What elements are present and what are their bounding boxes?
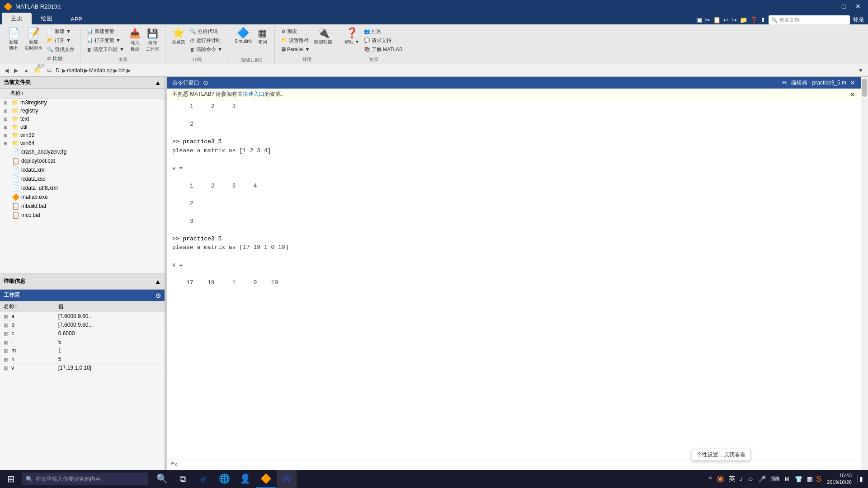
analyze-code-button[interactable]: 🔍分析代码 xyxy=(188,27,224,36)
minimize-button[interactable]: — xyxy=(823,1,835,12)
login-button[interactable]: 登录 xyxy=(853,16,864,24)
run-time-button[interactable]: ⏱运行并计时 xyxy=(188,36,224,45)
layout-button[interactable]: ▦ 布局 xyxy=(255,27,271,46)
folder-win32[interactable]: ⊞ 📁 win32 xyxy=(0,131,165,139)
file-crash-analyzer[interactable]: 📄 crash_analyzer.cfg xyxy=(0,147,165,156)
folder-win64[interactable]: ⊞ 📁 win64 xyxy=(0,139,165,147)
ws-col-value[interactable]: 值 xyxy=(55,301,165,312)
taskbar-search[interactable]: 🔍 在这里输入你要搜索的内容 xyxy=(22,473,148,485)
new-var-button[interactable]: 📊新建变量 xyxy=(85,27,126,36)
tray-shirt[interactable]: 👕 xyxy=(793,474,804,483)
workspace-row-n[interactable]: ▦ n 5 xyxy=(0,355,165,364)
workspace-row-i[interactable]: ▦ i 5 xyxy=(0,338,165,347)
toolbar-icon-2[interactable]: ✂ xyxy=(705,16,710,23)
file-lcdata-utf8[interactable]: 📄 lcdata_utf8.xml xyxy=(0,183,165,192)
simulink-button[interactable]: 🔷 Simulink xyxy=(233,27,254,45)
tray-mic[interactable]: 🎤 xyxy=(757,474,767,483)
help-button[interactable]: ❓ 帮助 ▼ xyxy=(343,27,361,46)
folder-util[interactable]: ⊞ 📁 util xyxy=(0,123,165,131)
taskbar-edge[interactable]: ℯ xyxy=(193,470,213,488)
workspace-row-v[interactable]: ▦ v [17,19,1,0,10] xyxy=(0,364,165,372)
new-button[interactable]: 📄新建 ▼ xyxy=(45,27,76,36)
save-workspace-button[interactable]: 💾 保存工作区 xyxy=(144,27,161,53)
up-button[interactable]: ▲ xyxy=(22,66,31,75)
tab-home[interactable]: 主页 xyxy=(2,13,32,24)
folder-m3iregistry[interactable]: ⊞ 📁 m3iregistry xyxy=(0,99,165,107)
set-path-button[interactable]: 📁设置路径 xyxy=(279,36,312,45)
taskbar-browser[interactable]: 🌐 xyxy=(214,470,234,488)
favorites-button[interactable]: ⭐ 收藏夹 xyxy=(170,27,187,46)
workspace-icon[interactable]: ⊙ xyxy=(156,292,161,299)
ws-col-name[interactable]: 名称↑ xyxy=(0,301,55,312)
toolbar-icon-3[interactable]: 📋 xyxy=(713,16,721,23)
sogou-icon[interactable]: S xyxy=(816,474,821,484)
details-expand-icon[interactable]: ▲ xyxy=(155,278,161,285)
tray-clock[interactable]: 15:43 2019/10/26 xyxy=(823,471,855,487)
scrollbar-thumb[interactable] xyxy=(862,79,867,97)
add-ons-button[interactable]: 🔌 附加功能 xyxy=(312,27,334,46)
workspace-row-b[interactable]: ▦ b [7.6000,9.60... xyxy=(0,321,165,329)
file-lcdata-xml[interactable]: 📄 lcdata.xml xyxy=(0,165,165,174)
maximize-button[interactable]: □ xyxy=(837,1,850,12)
tray-lang[interactable]: 英 xyxy=(727,474,736,484)
addr-expand-button[interactable]: ▼ xyxy=(856,66,865,75)
tray-display[interactable]: 🖥 xyxy=(783,474,792,483)
toolbar-icon-5[interactable]: ↪ xyxy=(731,16,737,23)
workspace-row-m[interactable]: ▦ m 1 xyxy=(0,347,165,355)
show-desktop-btn[interactable]: ▮ xyxy=(857,474,864,483)
clear-cmd-button[interactable]: 🗑清除命令 ▼ xyxy=(188,45,224,54)
open-var-button[interactable]: 📊打开变量 ▼ xyxy=(85,36,126,45)
tray-grid[interactable]: ▦ xyxy=(806,474,814,483)
workspace-row-a[interactable]: ▦ a [7.6000,9.60... xyxy=(0,312,165,321)
taskbar-word[interactable]: W xyxy=(277,470,297,488)
browse-button[interactable]: 🗂 xyxy=(45,66,54,75)
toolbar-icon-1[interactable]: ▣ xyxy=(696,16,702,23)
tab-app[interactable]: APP xyxy=(61,14,91,24)
file-deploytool[interactable]: 📋 deploytool.bat xyxy=(0,156,165,165)
clear-workspace-button[interactable]: 🗑清空工作区 ▼ xyxy=(85,45,126,54)
cmd-expand-icon[interactable]: ⊙ xyxy=(203,79,208,86)
toolbar-icon-6[interactable]: 📁 xyxy=(740,16,747,23)
toolbar-icon-4[interactable]: ↩ xyxy=(723,16,729,23)
tray-chevron[interactable]: ^ xyxy=(708,474,713,483)
file-browser-expand-icon[interactable]: ▲ xyxy=(155,79,161,86)
tray-keyboard[interactable]: ⌨ xyxy=(769,474,781,483)
hint-close-icon[interactable]: ✕ xyxy=(850,91,855,98)
editor-close-icon[interactable]: ✕ xyxy=(850,79,855,86)
search-box[interactable]: 🔍 搜索文档 xyxy=(769,15,850,24)
new-script-button[interactable]: 📄 新建脚本 xyxy=(5,27,22,52)
editor-pencil-icon[interactable]: ✏ xyxy=(782,79,788,86)
open-button[interactable]: 📂打开 ▼ xyxy=(45,36,76,45)
personality-tip[interactable]: 个性设置，点我看看 xyxy=(692,449,750,461)
prefs-button[interactable]: ⚙预设 xyxy=(279,27,312,36)
request-support-button[interactable]: 💬请求支持 xyxy=(362,36,404,45)
file-mcc[interactable]: 📋 mcc.bat xyxy=(0,211,165,220)
taskbar-taskview[interactable]: ⧉ xyxy=(173,470,193,488)
start-button[interactable]: ⊞ xyxy=(0,470,22,488)
forward-button[interactable]: ▶ xyxy=(12,66,20,75)
right-scrollbar[interactable] xyxy=(861,77,868,470)
community-button[interactable]: 👥社区 xyxy=(362,27,404,36)
find-file-button[interactable]: 🔍查找文件 xyxy=(45,45,76,54)
taskbar-search-btn[interactable]: 🔍 xyxy=(152,470,172,488)
taskbar-files[interactable]: 👤 xyxy=(235,470,255,488)
path-matlab[interactable]: matlab xyxy=(67,67,83,74)
import-data-button[interactable]: 📥 导入数据 xyxy=(127,27,143,53)
taskbar-matlab[interactable]: 🔶 xyxy=(256,470,276,488)
parallel-button[interactable]: ▦Parallel ▼ xyxy=(279,45,312,53)
back-button[interactable]: ◀ xyxy=(3,66,10,75)
tab-plot[interactable]: 绘图 xyxy=(32,13,61,24)
new-live-script-button[interactable]: 📝 新建实时脚本 xyxy=(23,27,44,52)
tray-music[interactable]: ♪ xyxy=(738,474,744,483)
cmd-input-field[interactable] xyxy=(179,461,857,468)
file-matlab-exe[interactable]: 🔶 matlab.exe xyxy=(0,192,165,202)
compare-button[interactable]: ⚖比较 xyxy=(45,54,76,63)
file-lcdata-xsd[interactable]: 📄 lcdata.xsd xyxy=(0,174,165,183)
workspace-row-c[interactable]: ▦ c 0.6000 xyxy=(0,329,165,338)
learn-matlab-button[interactable]: 📚了解 MATLAB xyxy=(362,45,404,54)
folder-registry[interactable]: ⊞ 📁 registry xyxy=(0,107,165,115)
path-matlabsp[interactable]: Matlab sp xyxy=(89,67,113,74)
expand-icon[interactable]: ⬆ xyxy=(760,16,766,23)
help-icon[interactable]: ❓ xyxy=(750,16,758,23)
quick-intro-link[interactable]: 快速入口 xyxy=(243,91,264,97)
